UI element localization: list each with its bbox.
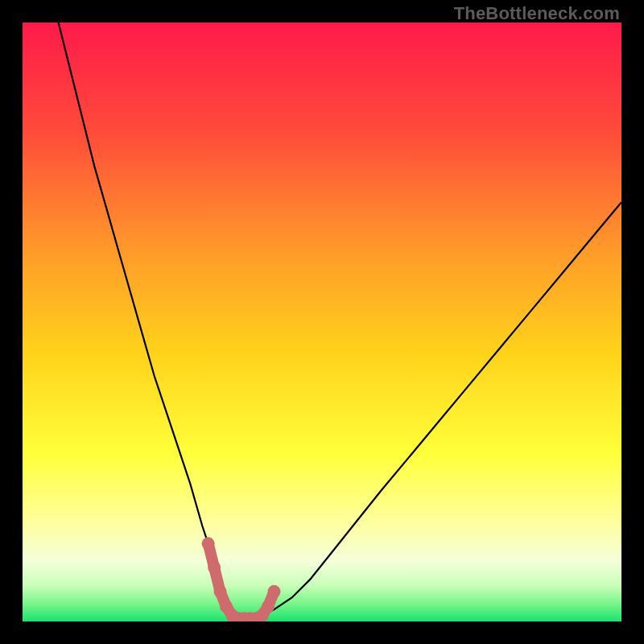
chart-svg [23,23,621,621]
watermark-text: TheBottleneck.com [454,3,620,24]
chart-frame [23,23,621,621]
highlight-point [208,561,221,574]
highlight-point [268,585,281,598]
gradient-background [23,23,621,621]
highlight-point [202,537,215,550]
highlight-point [214,585,227,598]
highlight-point [262,600,275,613]
